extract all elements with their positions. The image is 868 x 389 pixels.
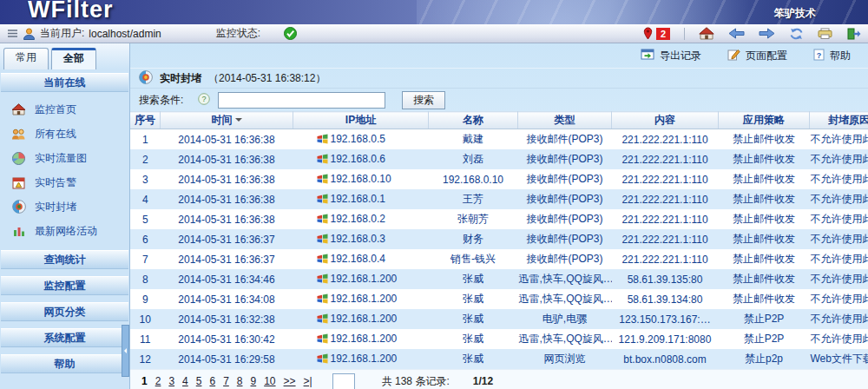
help-button[interactable]: ? 帮助 xyxy=(813,49,851,63)
page-link[interactable]: 10 xyxy=(264,375,275,387)
cell-policy: 禁止P2P xyxy=(719,309,810,329)
column-header-time[interactable]: 时间 xyxy=(161,112,293,129)
alert-pin-icon[interactable] xyxy=(643,27,653,40)
search-input[interactable] xyxy=(218,92,385,109)
column-header-reason[interactable]: 封堵原因 xyxy=(810,112,868,129)
sidebar-menu: 监控首页所有在线实时流量图实时告警实时封堵最新网络活动 xyxy=(0,96,129,243)
logout-icon[interactable] xyxy=(846,28,861,40)
refresh-icon[interactable] xyxy=(789,28,804,40)
search-button[interactable]: 搜索 xyxy=(402,91,445,109)
page-next[interactable]: >> xyxy=(284,375,296,387)
table-row: 72014-05-31 16:36:37192.168.0.4销售-钱兴接收邮件… xyxy=(130,249,868,269)
column-header-content[interactable]: 内容 xyxy=(612,112,719,129)
page-link[interactable]: 3 xyxy=(168,375,174,387)
cell-ip: 192.168.1.200 xyxy=(293,349,429,369)
page-link[interactable]: 5 xyxy=(196,375,202,387)
cell-type: 迅雷,快车,QQ旋风… xyxy=(518,269,612,289)
cell-time: 2014-05-31 16:34:46 xyxy=(161,269,293,289)
tab-common[interactable]: 常用 xyxy=(3,48,49,69)
page-link[interactable]: 2 xyxy=(155,375,161,387)
sidebar-section-help[interactable]: 帮助 xyxy=(1,354,128,373)
page-config-icon xyxy=(727,49,740,63)
cell-no: 12 xyxy=(130,349,161,369)
cell-no: 1 xyxy=(130,129,161,150)
column-header-name[interactable]: 名称 xyxy=(429,112,518,129)
ip-text: 192.168.0.10 xyxy=(331,173,391,185)
windows-os-icon xyxy=(317,214,328,227)
export-records-button[interactable]: 导出记录 xyxy=(641,49,701,63)
cell-ip: 192.168.0.3 xyxy=(293,229,429,249)
cell-name: 张威 xyxy=(429,349,518,369)
sidebar-item-realtime-traffic[interactable]: 实时流量图 xyxy=(0,146,129,170)
page-config-button[interactable]: 页面配置 xyxy=(727,49,787,63)
table-header-row: 序号时间IP地址名称类型内容应用策略封堵原因 xyxy=(130,112,868,129)
cell-type: 接收邮件(POP3) xyxy=(518,229,612,249)
cell-content: 58.61.39.134:80 xyxy=(612,289,719,309)
alert-count-badge[interactable]: 2 xyxy=(656,28,670,40)
cell-ip: 192.168.1.200 xyxy=(293,269,429,289)
sidebar-item-label: 实时告警 xyxy=(35,175,76,190)
menu-icon[interactable] xyxy=(7,29,18,38)
sidebar-section-monitor-config[interactable]: 监控配置 xyxy=(1,276,128,295)
toolbar-divider xyxy=(684,28,685,40)
sidebar-item-realtime-block[interactable]: 实时封堵 xyxy=(0,194,129,219)
sidebar-item-monitor-home[interactable]: 监控首页 xyxy=(0,97,129,122)
page-link[interactable]: 6 xyxy=(209,375,215,387)
page-link[interactable]: 4 xyxy=(182,375,188,387)
page-last[interactable]: >| xyxy=(304,375,312,387)
table-row: 122014-05-31 16:29:58192.168.1.200张威网页浏览… xyxy=(130,349,868,369)
ip-text: 192.168.1.200 xyxy=(331,353,398,365)
sidebar-section-web-category[interactable]: 网页分类 xyxy=(1,302,128,321)
page-link[interactable]: 9 xyxy=(251,375,257,387)
sidebar-item-label: 最新网络活动 xyxy=(35,224,97,239)
print-icon[interactable] xyxy=(818,28,832,39)
ip-text: 192.168.0.5 xyxy=(331,133,385,145)
app-logo: WFilter xyxy=(28,0,114,23)
page-title: 实时封堵 xyxy=(160,71,201,86)
section-current-online[interactable]: 当前在线 xyxy=(1,73,128,92)
sidebar-item-all-online[interactable]: 所有在线 xyxy=(0,122,129,146)
cell-reason: 不允许使用此协议 xyxy=(810,169,868,189)
users-icon xyxy=(11,129,26,140)
sidebar-section-system-config[interactable]: 系统配置 xyxy=(1,328,128,347)
ip-text: 192.168.0.3 xyxy=(331,233,385,245)
sidebar-section-query-stats[interactable]: 查询统计 xyxy=(1,250,128,269)
forward-icon[interactable] xyxy=(759,28,775,39)
page-link[interactable]: 8 xyxy=(237,375,243,387)
column-header-no[interactable]: 序号 xyxy=(130,112,161,129)
tab-all[interactable]: 全部 xyxy=(51,48,96,69)
sidebar-collapse-handle[interactable] xyxy=(122,325,129,377)
action-toolbar: 导出记录 页面配置 ? 帮助 xyxy=(130,43,868,68)
help-icon: ? xyxy=(813,49,825,63)
sidebar-item-realtime-alert[interactable]: 实时告警 xyxy=(0,170,129,194)
search-help-icon[interactable]: ? xyxy=(198,93,210,108)
cell-time: 2014-05-31 16:32:38 xyxy=(161,309,293,329)
cell-reason: Web文件下载黑白… xyxy=(810,349,868,369)
windows-os-icon xyxy=(317,353,328,366)
cell-time: 2014-05-31 16:36:38 xyxy=(161,189,293,209)
sidebar-item-latest-activity[interactable]: 最新网络活动 xyxy=(0,219,129,243)
column-header-policy[interactable]: 应用策略 xyxy=(719,112,810,129)
windows-os-icon xyxy=(317,134,328,147)
windows-os-icon xyxy=(317,154,328,167)
column-header-type[interactable]: 类型 xyxy=(518,112,612,129)
home-icon xyxy=(11,103,26,115)
back-icon[interactable] xyxy=(728,28,745,39)
cell-time: 2014-05-31 16:36:37 xyxy=(161,229,293,249)
page-config-label: 页面配置 xyxy=(746,49,787,63)
page-link[interactable]: 7 xyxy=(223,375,229,387)
cell-type: 接收邮件(POP3) xyxy=(518,149,612,169)
ip-text: 192.168.1.200 xyxy=(331,313,398,325)
cell-policy: 禁止邮件收发 xyxy=(719,229,810,249)
cell-ip: 192.168.0.10 xyxy=(293,169,429,189)
cell-policy: 禁止P2P xyxy=(719,329,810,349)
windows-os-icon xyxy=(317,174,328,187)
cell-policy: 禁止邮件收发 xyxy=(719,129,810,150)
page-jump-input[interactable] xyxy=(332,373,355,389)
cell-reason: 不允许使用此协议 xyxy=(810,269,868,289)
column-header-ip[interactable]: IP地址 xyxy=(293,112,429,129)
cell-name: 销售-钱兴 xyxy=(429,249,518,269)
home-icon[interactable] xyxy=(699,27,714,40)
cell-time: 2014-05-31 16:36:38 xyxy=(161,209,293,229)
help-label: 帮助 xyxy=(830,49,851,63)
